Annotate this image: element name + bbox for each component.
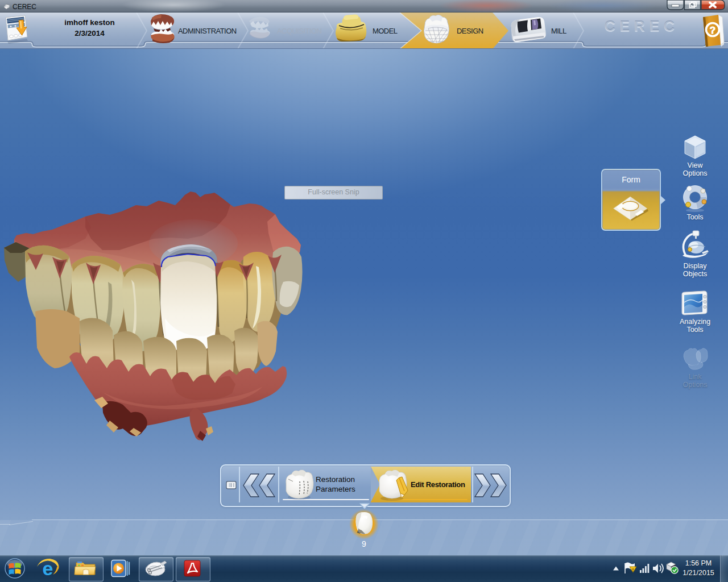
svg-text:?: ? — [710, 25, 715, 36]
